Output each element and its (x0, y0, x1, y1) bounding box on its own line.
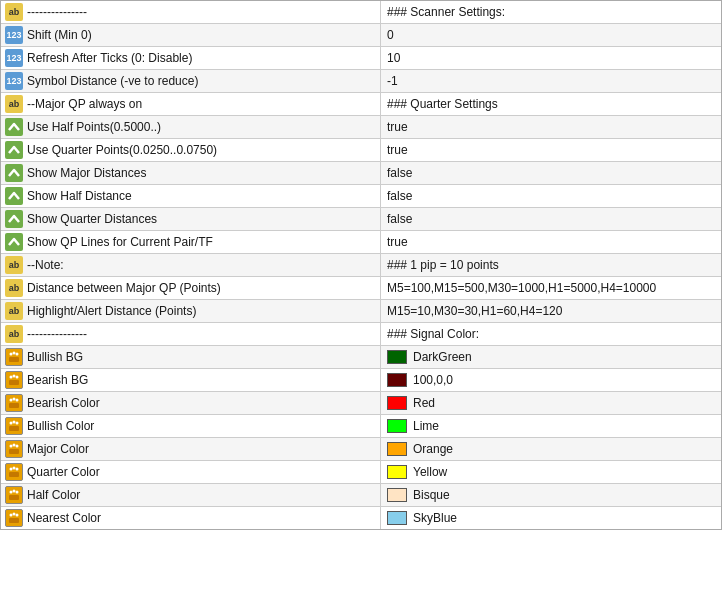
color-preview[interactable] (387, 373, 407, 387)
svg-point-12 (10, 399, 13, 402)
color-preview[interactable] (387, 511, 407, 525)
table-row[interactable]: 123Shift (Min 0)0 (1, 24, 721, 47)
row-value: false (387, 212, 412, 226)
row-label: Show Major Distances (27, 166, 146, 180)
row-value: Yellow (413, 465, 447, 479)
svg-point-8 (13, 375, 16, 378)
settings-table: ab---------------### Scanner Settings:12… (0, 0, 722, 530)
bool-icon (5, 164, 23, 182)
row-label: Bearish BG (27, 373, 88, 387)
color-swatch-icon (5, 509, 23, 527)
svg-rect-36 (9, 518, 19, 523)
svg-rect-26 (9, 472, 19, 477)
row-label: Use Half Points(0.5000..) (27, 120, 161, 134)
color-preview[interactable] (387, 442, 407, 456)
table-row[interactable]: Nearest ColorSkyBlue (1, 507, 721, 529)
row-label: --Note: (27, 258, 64, 272)
row-value: Orange (413, 442, 453, 456)
color-preview[interactable] (387, 396, 407, 410)
svg-point-28 (13, 467, 16, 470)
table-row[interactable]: Use Quarter Points(0.0250..0.0750)true (1, 139, 721, 162)
table-row[interactable]: ab---------------### Scanner Settings: (1, 1, 721, 24)
svg-point-38 (13, 513, 16, 516)
row-label: Show Half Distance (27, 189, 132, 203)
bool-icon (5, 118, 23, 136)
color-preview[interactable] (387, 465, 407, 479)
color-swatch-icon (5, 463, 23, 481)
table-row[interactable]: Use Half Points(0.5000..)true (1, 116, 721, 139)
bool-icon (5, 233, 23, 251)
svg-point-9 (16, 376, 19, 379)
row-label: Distance between Major QP (Points) (27, 281, 221, 295)
row-value: ### Quarter Settings (387, 97, 498, 111)
svg-point-4 (16, 353, 19, 356)
svg-point-2 (10, 353, 13, 356)
table-row[interactable]: Major ColorOrange (1, 438, 721, 461)
table-row[interactable]: Quarter ColorYellow (1, 461, 721, 484)
svg-point-37 (10, 514, 13, 517)
table-row[interactable]: ab--Major QP always on### Quarter Settin… (1, 93, 721, 116)
svg-point-34 (16, 491, 19, 494)
row-label: Use Quarter Points(0.0250..0.0750) (27, 143, 217, 157)
svg-point-13 (13, 398, 16, 401)
table-row[interactable]: ab---------------### Signal Color: (1, 323, 721, 346)
num-icon: 123 (5, 26, 23, 44)
row-value: M5=100,M15=500,M30=1000,H1=5000,H4=10000 (387, 281, 656, 295)
table-row[interactable]: abDistance between Major QP (Points)M5=1… (1, 277, 721, 300)
row-label: --------------- (27, 5, 87, 19)
color-swatch-icon (5, 417, 23, 435)
table-row[interactable]: Show QP Lines for Current Pair/TFtrue (1, 231, 721, 254)
table-row[interactable]: Half ColorBisque (1, 484, 721, 507)
row-value: DarkGreen (413, 350, 472, 364)
row-label: Bearish Color (27, 396, 100, 410)
row-label: Highlight/Alert Distance (Points) (27, 304, 196, 318)
row-value: 0 (387, 28, 394, 42)
color-swatch-icon (5, 371, 23, 389)
svg-rect-21 (9, 449, 19, 454)
color-preview[interactable] (387, 419, 407, 433)
ab-icon: ab (5, 3, 23, 21)
row-value: Red (413, 396, 435, 410)
bool-icon (5, 141, 23, 159)
table-row[interactable]: 123Symbol Distance (-ve to reduce)-1 (1, 70, 721, 93)
bool-icon (5, 187, 23, 205)
svg-rect-11 (9, 403, 19, 408)
table-row[interactable]: Bearish BG100,0,0 (1, 369, 721, 392)
table-row[interactable]: 123Refresh After Ticks (0: Disable)10 (1, 47, 721, 70)
table-row[interactable]: Show Major Distancesfalse (1, 162, 721, 185)
svg-rect-16 (9, 426, 19, 431)
row-value: M15=10,M30=30,H1=60,H4=120 (387, 304, 562, 318)
row-value: Bisque (413, 488, 450, 502)
row-label: Shift (Min 0) (27, 28, 92, 42)
table-row[interactable]: Bearish ColorRed (1, 392, 721, 415)
svg-point-18 (13, 421, 16, 424)
row-label: Bullish Color (27, 419, 94, 433)
svg-point-14 (16, 399, 19, 402)
row-value: false (387, 166, 412, 180)
row-value: ### Scanner Settings: (387, 5, 505, 19)
svg-point-33 (13, 490, 16, 493)
table-row[interactable]: ab--Note:### 1 pip = 10 points (1, 254, 721, 277)
row-label: Bullish BG (27, 350, 83, 364)
row-value: true (387, 235, 408, 249)
svg-point-32 (10, 491, 13, 494)
color-preview[interactable] (387, 350, 407, 364)
row-label: Show Quarter Distances (27, 212, 157, 226)
table-row[interactable]: Show Quarter Distancesfalse (1, 208, 721, 231)
svg-point-7 (10, 376, 13, 379)
color-swatch-icon (5, 394, 23, 412)
ab-icon: ab (5, 256, 23, 274)
row-value: SkyBlue (413, 511, 457, 525)
color-swatch-icon (5, 348, 23, 366)
color-swatch-icon (5, 486, 23, 504)
color-preview[interactable] (387, 488, 407, 502)
table-row[interactable]: Bullish ColorLime (1, 415, 721, 438)
table-row[interactable]: Bullish BGDarkGreen (1, 346, 721, 369)
table-row[interactable]: Show Half Distancefalse (1, 185, 721, 208)
row-label: Show QP Lines for Current Pair/TF (27, 235, 213, 249)
svg-point-27 (10, 468, 13, 471)
row-value: Lime (413, 419, 439, 433)
table-row[interactable]: abHighlight/Alert Distance (Points)M15=1… (1, 300, 721, 323)
row-value: 10 (387, 51, 400, 65)
row-label: Symbol Distance (-ve to reduce) (27, 74, 198, 88)
